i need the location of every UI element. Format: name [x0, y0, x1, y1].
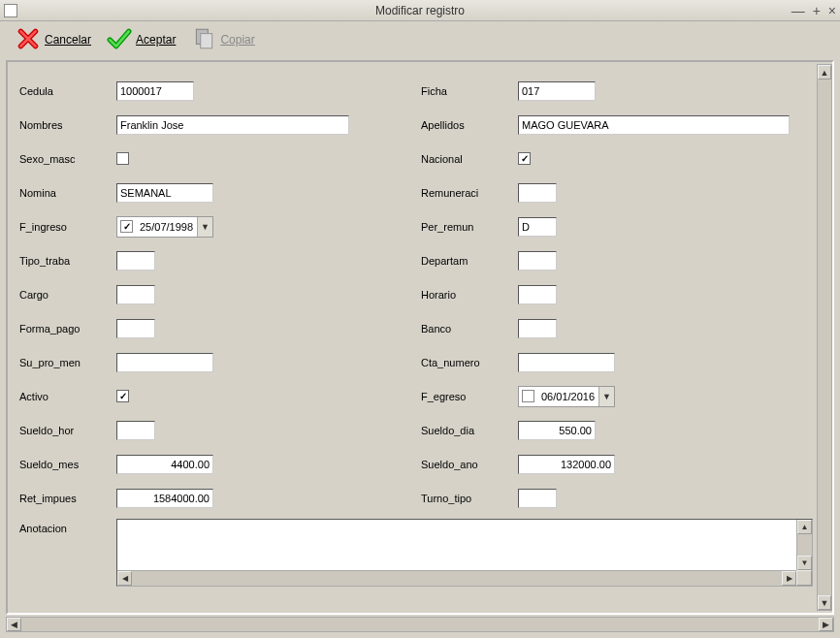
f-ingreso-field[interactable]: 25/07/1998 ▼: [116, 216, 213, 238]
chevron-down-icon[interactable]: ▼: [598, 387, 614, 406]
textarea-horizontal-scrollbar[interactable]: ◀ ▶: [117, 570, 812, 586]
scroll-up-icon[interactable]: ▲: [797, 520, 812, 534]
f-egreso-value: 06/01/2016: [537, 391, 598, 402]
scroll-down-icon[interactable]: ▼: [818, 595, 831, 610]
copy-icon: [191, 26, 216, 53]
accept-label: Aceptar: [136, 33, 176, 47]
scroll-corner: [796, 570, 812, 586]
su-pro-men-input[interactable]: [116, 353, 213, 372]
sueldo-hor-input[interactable]: [116, 421, 155, 440]
remuneraci-input[interactable]: [518, 183, 557, 203]
activo-checkbox[interactable]: [116, 390, 129, 402]
per-remun-label: Per_remun: [421, 221, 518, 233]
chevron-down-icon[interactable]: ▼: [197, 217, 212, 237]
departam-input[interactable]: [518, 251, 557, 271]
turno-tipo-input[interactable]: [518, 489, 557, 508]
sueldo-mes-input[interactable]: [116, 455, 213, 474]
panel-horizontal-scrollbar[interactable]: ◀ ▶: [6, 617, 834, 632]
cedula-input[interactable]: [116, 81, 194, 101]
window-title: Modificar registro: [0, 4, 840, 17]
departam-label: Departam: [421, 255, 518, 267]
sueldo-mes-label: Sueldo_mes: [19, 459, 116, 470]
su-pro-men-label: Su_pro_men: [19, 357, 116, 368]
sexo-masc-checkbox[interactable]: [116, 152, 129, 165]
f-ingreso-enable-checkbox[interactable]: [120, 220, 133, 233]
horario-input[interactable]: [518, 285, 557, 304]
ret-impues-input[interactable]: [116, 489, 213, 508]
apellidos-label: Apellidos: [421, 119, 518, 131]
sueldo-dia-label: Sueldo_dia: [421, 425, 518, 436]
sueldo-ano-input[interactable]: [518, 455, 615, 474]
horario-label: Horario: [421, 289, 518, 301]
banco-label: Banco: [421, 323, 518, 335]
banco-input[interactable]: [518, 319, 557, 338]
apellidos-input[interactable]: [518, 115, 790, 135]
f-ingreso-value: 25/07/1998: [136, 221, 197, 233]
tipo-traba-input[interactable]: [116, 251, 155, 271]
nomina-label: Nomina: [19, 187, 116, 199]
turno-tipo-label: Turno_tipo: [421, 493, 518, 504]
anotacion-textarea[interactable]: [118, 521, 795, 569]
nombres-input[interactable]: [116, 115, 349, 135]
form-panel: Cedula Nombres Sexo_masc Nomina F_ingres…: [6, 60, 834, 615]
sueldo-dia-input[interactable]: [518, 421, 596, 440]
nacional-checkbox[interactable]: [518, 152, 531, 165]
sueldo-ano-label: Sueldo_ano: [421, 459, 518, 470]
ficha-input[interactable]: [518, 81, 596, 101]
f-egreso-enable-checkbox[interactable]: [522, 390, 534, 402]
scroll-up-icon[interactable]: ▲: [818, 65, 831, 80]
nacional-label: Nacional: [421, 153, 518, 165]
textarea-vertical-scrollbar[interactable]: ▲ ▼: [796, 520, 812, 570]
cta-numero-input[interactable]: [518, 353, 615, 372]
cargo-label: Cargo: [19, 289, 116, 301]
cta-numero-label: Cta_numero: [421, 357, 518, 368]
anotacion-textarea-wrap: ▲ ▼ ◀ ▶: [116, 519, 813, 587]
scroll-down-icon[interactable]: ▼: [797, 556, 812, 570]
per-remun-input[interactable]: [518, 217, 557, 237]
close-button[interactable]: ×: [828, 3, 836, 18]
f-ingreso-label: F_ingreso: [19, 221, 116, 233]
copy-label: Copiar: [220, 33, 254, 47]
scroll-right-icon[interactable]: ▶: [782, 571, 796, 586]
cedula-label: Cedula: [19, 85, 116, 97]
scroll-left-icon[interactable]: ◀: [7, 618, 21, 631]
f-egreso-field[interactable]: 06/01/2016 ▼: [518, 386, 615, 407]
maximize-button[interactable]: +: [813, 3, 821, 18]
titlebar: Modificar registro — + ×: [0, 0, 840, 21]
cargo-input[interactable]: [116, 285, 155, 304]
ficha-label: Ficha: [421, 85, 518, 97]
cancel-button[interactable]: Cancelar: [10, 24, 97, 55]
forma-pago-input[interactable]: [116, 319, 155, 338]
cancel-label: Cancelar: [45, 33, 91, 47]
accept-button[interactable]: Aceptar: [101, 24, 181, 55]
app-icon: [4, 4, 17, 17]
ret-impues-label: Ret_impues: [19, 493, 116, 504]
remuneraci-label: Remuneraci: [421, 187, 518, 199]
svg-rect-1: [201, 34, 212, 48]
minimize-button[interactable]: —: [792, 3, 805, 18]
toolbar: Cancelar Aceptar Copiar: [0, 21, 840, 58]
f-egreso-label: F_egreso: [421, 391, 518, 402]
copy-button[interactable]: Copiar: [185, 24, 260, 55]
tipo-traba-label: Tipo_traba: [19, 255, 116, 267]
nomina-input[interactable]: [116, 183, 213, 203]
scroll-track[interactable]: [21, 618, 819, 631]
anotacion-label: Anotacion: [19, 519, 116, 587]
activo-label: Activo: [19, 391, 116, 402]
scroll-right-icon[interactable]: ▶: [819, 618, 833, 631]
scroll-left-icon[interactable]: ◀: [117, 571, 132, 586]
cancel-icon: [16, 26, 41, 53]
forma-pago-label: Forma_pago: [19, 323, 116, 335]
sueldo-hor-label: Sueldo_hor: [19, 425, 116, 436]
accept-icon: [107, 26, 132, 53]
nombres-label: Nombres: [19, 119, 116, 131]
panel-vertical-scrollbar[interactable]: ▲ ▼: [817, 64, 832, 611]
sexo-masc-label: Sexo_masc: [19, 153, 116, 165]
